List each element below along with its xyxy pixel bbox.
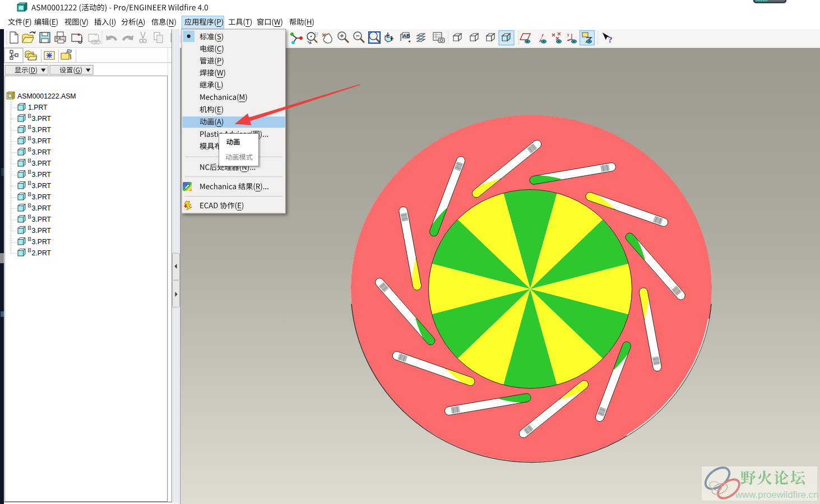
svg-text:3.PRT: 3.PRT bbox=[32, 227, 52, 235]
svg-text:3.PRT: 3.PRT bbox=[32, 160, 52, 167]
svg-text:2.PRT: 2.PRT bbox=[32, 249, 52, 257]
svg-text:3.PRT: 3.PRT bbox=[32, 216, 52, 223]
svg-text:1.PRT: 1.PRT bbox=[28, 104, 48, 111]
svg-text:y: y bbox=[567, 32, 569, 37]
svg-text:3.PRT: 3.PRT bbox=[32, 182, 52, 190]
svg-text:AB: AB bbox=[403, 33, 410, 39]
svg-text:3.PRT: 3.PRT bbox=[32, 148, 52, 156]
svg-text:www.proewildfire.cn: www.proewildfire.cn bbox=[735, 489, 818, 500]
svg-text:3.PRT: 3.PRT bbox=[32, 115, 52, 123]
svg-text:3.PRT: 3.PRT bbox=[32, 126, 52, 134]
svg-text:3.PRT: 3.PRT bbox=[32, 137, 52, 145]
svg-text:3.PRT: 3.PRT bbox=[32, 204, 52, 212]
svg-text:3.PRT: 3.PRT bbox=[32, 171, 52, 179]
svg-text:3.PRT: 3.PRT bbox=[32, 193, 52, 201]
svg-text:3.PRT: 3.PRT bbox=[32, 238, 52, 246]
svg-text:?: ? bbox=[608, 35, 613, 44]
svg-text:ASM0001222.ASM: ASM0001222.ASM bbox=[17, 92, 76, 100]
